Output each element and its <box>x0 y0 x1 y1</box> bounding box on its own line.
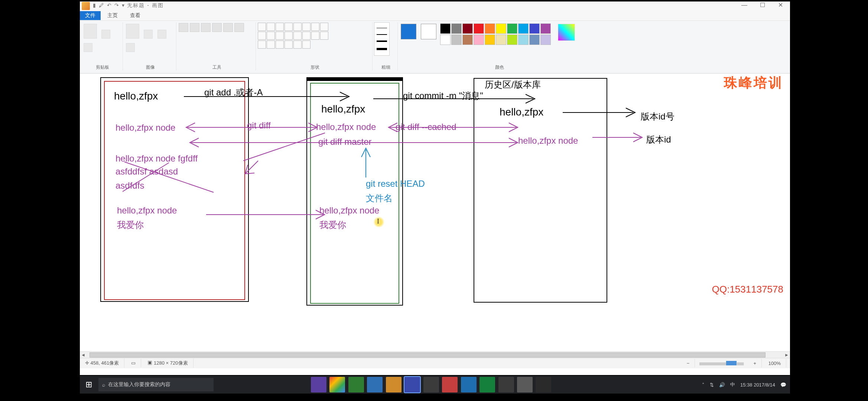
tray-notifications-icon[interactable]: 💬 <box>780 382 786 388</box>
shape-arrow-r[interactable] <box>285 32 293 40</box>
tray-ime-icon[interactable]: 中 <box>730 381 735 388</box>
minimize-button[interactable]: — <box>736 2 752 11</box>
taskbar-app-word[interactable] <box>461 377 477 392</box>
pal-ltgray[interactable] <box>451 35 462 45</box>
scroll-thumb[interactable] <box>90 352 765 358</box>
shape-rtri[interactable] <box>320 23 328 31</box>
start-button[interactable]: ⊞ <box>82 378 95 391</box>
tab-home[interactable]: 主页 <box>102 11 123 20</box>
pal-gold[interactable] <box>485 35 495 45</box>
shape-star5[interactable] <box>258 40 266 49</box>
ribbon: 剪贴板 图像 工具 <box>80 21 790 74</box>
scroll-right-arrow[interactable]: ► <box>783 352 790 358</box>
shape-arrow-d[interactable] <box>311 32 319 40</box>
shape-star6[interactable] <box>267 40 275 49</box>
taskbar-app-7[interactable] <box>423 377 439 392</box>
zoom-slider[interactable] <box>699 362 744 365</box>
tray-network-icon[interactable]: ⇅ <box>710 382 714 388</box>
color-2[interactable] <box>421 24 436 39</box>
taskbar-app-paint-active[interactable] <box>404 377 420 392</box>
scroll-left-arrow[interactable]: ◄ <box>80 352 87 358</box>
shape-line[interactable] <box>258 23 266 31</box>
text-tool[interactable] <box>201 23 211 32</box>
taskbar-app-1[interactable] <box>311 377 326 392</box>
stroke-width[interactable] <box>374 22 390 56</box>
canvas[interactable]: 历史区/版本库 hello,zfpx hello,zfpx node hello… <box>80 74 790 356</box>
copy-button[interactable] <box>84 43 92 52</box>
taskbar-app-wechat[interactable] <box>348 377 364 392</box>
shape-curve[interactable] <box>267 23 275 31</box>
pal-gray[interactable] <box>451 23 462 34</box>
pal-pink[interactable] <box>474 35 484 45</box>
pal-darkred[interactable] <box>462 23 473 34</box>
color-1[interactable] <box>401 24 416 39</box>
pal-red[interactable] <box>474 23 484 34</box>
repo-title: 历史区/版本库 <box>485 79 541 91</box>
pal-orange[interactable] <box>485 23 495 34</box>
fill-tool[interactable] <box>190 23 199 32</box>
pal-brown[interactable] <box>462 35 473 45</box>
tray-clock[interactable]: 15:38 2017/8/14 <box>740 382 775 388</box>
resize-button[interactable] <box>157 30 166 39</box>
shape-arrow-l[interactable] <box>293 32 302 40</box>
select-button[interactable] <box>126 24 139 39</box>
pal-ltblue[interactable] <box>518 35 529 45</box>
shape-lightning[interactable] <box>302 40 311 49</box>
tab-view[interactable]: 查看 <box>125 11 146 20</box>
shape-arrow-u[interactable] <box>302 32 311 40</box>
taskbar-app-excel[interactable] <box>479 377 495 392</box>
horizontal-scrollbar[interactable]: ◄ ► <box>80 351 790 358</box>
shape-rect[interactable] <box>285 23 293 31</box>
stage-love: 我爱你 <box>319 219 346 231</box>
pal-white[interactable] <box>440 35 451 45</box>
taskbar-app-5[interactable] <box>386 377 402 392</box>
picker-tool[interactable] <box>223 23 233 32</box>
cut-button[interactable] <box>101 30 110 39</box>
taskbar-app-12[interactable] <box>517 377 533 392</box>
pal-tan[interactable] <box>496 35 506 45</box>
shape-oval[interactable] <box>276 23 284 31</box>
pal-purple[interactable] <box>540 23 551 34</box>
shape-heart[interactable] <box>293 40 302 49</box>
shape-callout1[interactable] <box>276 40 284 49</box>
shape-hexa[interactable] <box>276 32 284 40</box>
maximize-button[interactable]: ☐ <box>754 1 771 10</box>
app-icon[interactable] <box>82 2 90 10</box>
pal-black[interactable] <box>440 23 451 34</box>
tray-volume-icon[interactable]: 🔊 <box>719 382 725 388</box>
pal-cyan[interactable] <box>518 23 529 34</box>
pal-blue[interactable] <box>529 23 540 34</box>
tab-file[interactable]: 文件 <box>80 11 101 20</box>
zoom-tool[interactable] <box>234 23 244 32</box>
pal-green[interactable] <box>507 23 517 34</box>
shape-poly[interactable] <box>302 23 311 31</box>
taskbar-app-8[interactable] <box>442 377 458 392</box>
shape-penta[interactable] <box>267 32 275 40</box>
pal-yellow[interactable] <box>496 23 506 34</box>
edit-colors-button[interactable] <box>558 24 575 41</box>
crop-button[interactable] <box>144 30 153 39</box>
taskbar-search[interactable]: ⌕ 在这里输入你要搜索的内容 <box>98 378 214 391</box>
quick-access-toolbar[interactable]: ▮ 🖉 ↶ ↷ ▾ 无标题 - 画图 <box>93 2 164 9</box>
system-tray[interactable]: ˄ ⇅ 🔊 中 15:38 2017/8/14 💬 <box>702 376 786 394</box>
close-button[interactable]: ✕ <box>772 1 789 10</box>
shape-tri[interactable] <box>311 23 319 31</box>
pencil-tool[interactable] <box>179 23 188 32</box>
taskbar-app-4[interactable] <box>367 377 383 392</box>
rotate-button[interactable] <box>126 43 135 52</box>
shape-roundrect[interactable] <box>293 23 302 31</box>
zoom-in-button[interactable]: + <box>748 359 762 368</box>
tray-up-icon[interactable]: ˄ <box>702 382 705 388</box>
eraser-tool[interactable] <box>212 23 222 32</box>
paste-button[interactable] <box>84 24 97 39</box>
pal-lime[interactable] <box>507 35 517 45</box>
shape-callout2[interactable] <box>285 40 293 49</box>
shape-diamond[interactable] <box>258 32 266 40</box>
shape-star4[interactable] <box>320 32 328 40</box>
pal-steel[interactable] <box>529 35 540 45</box>
zoom-out-button[interactable]: − <box>682 359 695 368</box>
taskbar-app-chrome[interactable] <box>329 377 345 392</box>
taskbar-app-terminal[interactable] <box>498 377 514 392</box>
pal-lav[interactable] <box>540 35 551 45</box>
taskbar-app-13[interactable] <box>536 377 551 392</box>
